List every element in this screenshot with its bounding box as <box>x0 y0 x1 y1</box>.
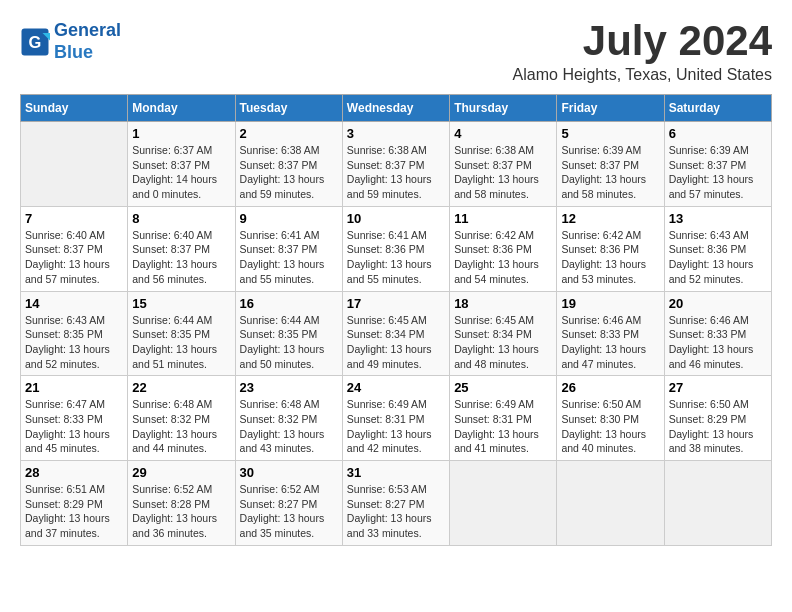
day-info: Sunrise: 6:45 AM Sunset: 8:34 PM Dayligh… <box>347 313 445 372</box>
location-title: Alamo Heights, Texas, United States <box>513 66 772 84</box>
day-number: 22 <box>132 380 230 395</box>
day-info: Sunrise: 6:38 AM Sunset: 8:37 PM Dayligh… <box>454 143 552 202</box>
day-number: 21 <box>25 380 123 395</box>
day-info: Sunrise: 6:38 AM Sunset: 8:37 PM Dayligh… <box>240 143 338 202</box>
day-info: Sunrise: 6:41 AM Sunset: 8:36 PM Dayligh… <box>347 228 445 287</box>
day-cell: 31Sunrise: 6:53 AM Sunset: 8:27 PM Dayli… <box>342 461 449 546</box>
day-cell: 20Sunrise: 6:46 AM Sunset: 8:33 PM Dayli… <box>664 291 771 376</box>
day-cell: 14Sunrise: 6:43 AM Sunset: 8:35 PM Dayli… <box>21 291 128 376</box>
day-info: Sunrise: 6:40 AM Sunset: 8:37 PM Dayligh… <box>132 228 230 287</box>
day-info: Sunrise: 6:44 AM Sunset: 8:35 PM Dayligh… <box>132 313 230 372</box>
day-info: Sunrise: 6:47 AM Sunset: 8:33 PM Dayligh… <box>25 397 123 456</box>
day-cell: 1Sunrise: 6:37 AM Sunset: 8:37 PM Daylig… <box>128 122 235 207</box>
day-number: 5 <box>561 126 659 141</box>
day-info: Sunrise: 6:51 AM Sunset: 8:29 PM Dayligh… <box>25 482 123 541</box>
day-cell: 11Sunrise: 6:42 AM Sunset: 8:36 PM Dayli… <box>450 206 557 291</box>
day-number: 6 <box>669 126 767 141</box>
page-header: G General Blue July 2024 Alamo Heights, … <box>20 20 772 84</box>
day-info: Sunrise: 6:41 AM Sunset: 8:37 PM Dayligh… <box>240 228 338 287</box>
day-number: 17 <box>347 296 445 311</box>
header-day-saturday: Saturday <box>664 95 771 122</box>
day-cell <box>21 122 128 207</box>
month-title: July 2024 <box>513 20 772 62</box>
day-number: 16 <box>240 296 338 311</box>
day-info: Sunrise: 6:50 AM Sunset: 8:30 PM Dayligh… <box>561 397 659 456</box>
day-number: 24 <box>347 380 445 395</box>
day-cell <box>664 461 771 546</box>
day-cell: 9Sunrise: 6:41 AM Sunset: 8:37 PM Daylig… <box>235 206 342 291</box>
day-cell: 18Sunrise: 6:45 AM Sunset: 8:34 PM Dayli… <box>450 291 557 376</box>
day-info: Sunrise: 6:37 AM Sunset: 8:37 PM Dayligh… <box>132 143 230 202</box>
svg-text:G: G <box>29 33 42 51</box>
day-number: 7 <box>25 211 123 226</box>
day-info: Sunrise: 6:48 AM Sunset: 8:32 PM Dayligh… <box>132 397 230 456</box>
day-number: 9 <box>240 211 338 226</box>
day-cell: 17Sunrise: 6:45 AM Sunset: 8:34 PM Dayli… <box>342 291 449 376</box>
day-info: Sunrise: 6:48 AM Sunset: 8:32 PM Dayligh… <box>240 397 338 456</box>
day-info: Sunrise: 6:49 AM Sunset: 8:31 PM Dayligh… <box>454 397 552 456</box>
logo: G General Blue <box>20 20 121 63</box>
day-cell <box>557 461 664 546</box>
header-day-monday: Monday <box>128 95 235 122</box>
day-number: 8 <box>132 211 230 226</box>
day-info: Sunrise: 6:39 AM Sunset: 8:37 PM Dayligh… <box>669 143 767 202</box>
logo-line1: General <box>54 20 121 40</box>
day-cell: 24Sunrise: 6:49 AM Sunset: 8:31 PM Dayli… <box>342 376 449 461</box>
day-number: 23 <box>240 380 338 395</box>
day-cell: 27Sunrise: 6:50 AM Sunset: 8:29 PM Dayli… <box>664 376 771 461</box>
day-cell: 21Sunrise: 6:47 AM Sunset: 8:33 PM Dayli… <box>21 376 128 461</box>
day-cell: 12Sunrise: 6:42 AM Sunset: 8:36 PM Dayli… <box>557 206 664 291</box>
day-number: 26 <box>561 380 659 395</box>
day-info: Sunrise: 6:46 AM Sunset: 8:33 PM Dayligh… <box>669 313 767 372</box>
header-day-tuesday: Tuesday <box>235 95 342 122</box>
day-number: 20 <box>669 296 767 311</box>
week-row-5: 28Sunrise: 6:51 AM Sunset: 8:29 PM Dayli… <box>21 461 772 546</box>
day-cell: 8Sunrise: 6:40 AM Sunset: 8:37 PM Daylig… <box>128 206 235 291</box>
day-info: Sunrise: 6:43 AM Sunset: 8:35 PM Dayligh… <box>25 313 123 372</box>
day-number: 28 <box>25 465 123 480</box>
logo-icon: G <box>20 27 50 57</box>
day-number: 29 <box>132 465 230 480</box>
week-row-4: 21Sunrise: 6:47 AM Sunset: 8:33 PM Dayli… <box>21 376 772 461</box>
day-cell: 6Sunrise: 6:39 AM Sunset: 8:37 PM Daylig… <box>664 122 771 207</box>
header-day-sunday: Sunday <box>21 95 128 122</box>
day-number: 4 <box>454 126 552 141</box>
day-info: Sunrise: 6:40 AM Sunset: 8:37 PM Dayligh… <box>25 228 123 287</box>
day-info: Sunrise: 6:42 AM Sunset: 8:36 PM Dayligh… <box>454 228 552 287</box>
day-cell: 26Sunrise: 6:50 AM Sunset: 8:30 PM Dayli… <box>557 376 664 461</box>
day-number: 19 <box>561 296 659 311</box>
day-cell <box>450 461 557 546</box>
day-cell: 16Sunrise: 6:44 AM Sunset: 8:35 PM Dayli… <box>235 291 342 376</box>
day-cell: 25Sunrise: 6:49 AM Sunset: 8:31 PM Dayli… <box>450 376 557 461</box>
day-info: Sunrise: 6:39 AM Sunset: 8:37 PM Dayligh… <box>561 143 659 202</box>
day-cell: 5Sunrise: 6:39 AM Sunset: 8:37 PM Daylig… <box>557 122 664 207</box>
day-cell: 4Sunrise: 6:38 AM Sunset: 8:37 PM Daylig… <box>450 122 557 207</box>
day-number: 10 <box>347 211 445 226</box>
header-row: SundayMondayTuesdayWednesdayThursdayFrid… <box>21 95 772 122</box>
day-cell: 13Sunrise: 6:43 AM Sunset: 8:36 PM Dayli… <box>664 206 771 291</box>
day-number: 3 <box>347 126 445 141</box>
day-number: 2 <box>240 126 338 141</box>
day-number: 31 <box>347 465 445 480</box>
day-info: Sunrise: 6:52 AM Sunset: 8:27 PM Dayligh… <box>240 482 338 541</box>
day-info: Sunrise: 6:44 AM Sunset: 8:35 PM Dayligh… <box>240 313 338 372</box>
day-info: Sunrise: 6:53 AM Sunset: 8:27 PM Dayligh… <box>347 482 445 541</box>
day-number: 14 <box>25 296 123 311</box>
day-info: Sunrise: 6:45 AM Sunset: 8:34 PM Dayligh… <box>454 313 552 372</box>
logo-line2: Blue <box>54 42 93 62</box>
day-number: 27 <box>669 380 767 395</box>
day-cell: 2Sunrise: 6:38 AM Sunset: 8:37 PM Daylig… <box>235 122 342 207</box>
day-cell: 28Sunrise: 6:51 AM Sunset: 8:29 PM Dayli… <box>21 461 128 546</box>
calendar-table: SundayMondayTuesdayWednesdayThursdayFrid… <box>20 94 772 546</box>
day-number: 15 <box>132 296 230 311</box>
day-cell: 19Sunrise: 6:46 AM Sunset: 8:33 PM Dayli… <box>557 291 664 376</box>
day-number: 25 <box>454 380 552 395</box>
day-cell: 30Sunrise: 6:52 AM Sunset: 8:27 PM Dayli… <box>235 461 342 546</box>
day-cell: 29Sunrise: 6:52 AM Sunset: 8:28 PM Dayli… <box>128 461 235 546</box>
day-number: 11 <box>454 211 552 226</box>
day-info: Sunrise: 6:52 AM Sunset: 8:28 PM Dayligh… <box>132 482 230 541</box>
header-day-friday: Friday <box>557 95 664 122</box>
day-info: Sunrise: 6:42 AM Sunset: 8:36 PM Dayligh… <box>561 228 659 287</box>
day-info: Sunrise: 6:43 AM Sunset: 8:36 PM Dayligh… <box>669 228 767 287</box>
day-number: 12 <box>561 211 659 226</box>
